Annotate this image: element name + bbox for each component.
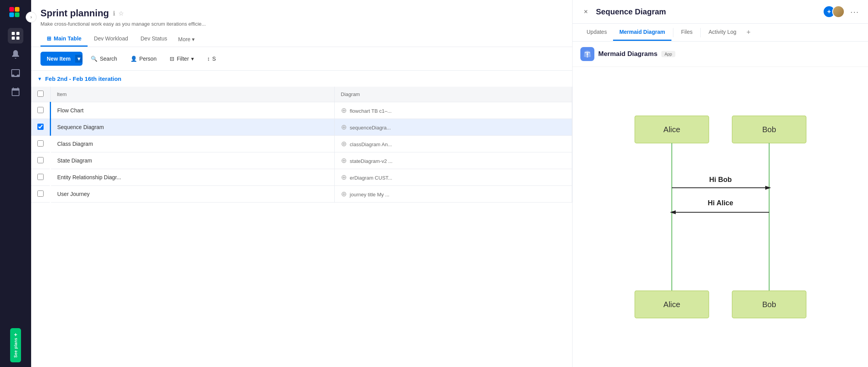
add-icon[interactable]: ⊕ xyxy=(341,123,347,131)
person-button[interactable]: 👤 Person xyxy=(125,52,162,65)
sort-button[interactable]: ↕ S xyxy=(202,52,221,65)
svg-rect-2 xyxy=(9,12,14,17)
row-checkbox[interactable] xyxy=(37,174,44,180)
new-item-button[interactable]: New Item ▾ xyxy=(40,52,83,66)
add-icon[interactable]: ⊕ xyxy=(341,140,347,148)
sidebar-bottom: See plans + xyxy=(0,328,31,362)
row-checkbox-cell xyxy=(31,169,51,186)
row-item-cell: Flow Chart xyxy=(51,102,335,119)
table-row[interactable]: User Journey⊕journey title My ... xyxy=(31,186,572,203)
grid-icon[interactable] xyxy=(8,28,23,44)
row-diagram-cell: ⊕journey title My ... xyxy=(334,186,572,203)
panel-header-actions: + ··· xyxy=(823,5,860,18)
tab-files[interactable]: Files xyxy=(675,24,699,41)
row-item-cell: Class Diagram xyxy=(51,136,335,152)
add-icon[interactable]: ⊕ xyxy=(341,190,347,198)
diagram-text: erDiagram CUST... xyxy=(350,175,392,181)
hi-bob-text: Hi Bob xyxy=(709,176,732,184)
add-icon[interactable]: ⊕ xyxy=(341,173,347,181)
person-icon: 👤 xyxy=(130,56,137,62)
table-icon: ⊞ xyxy=(47,35,51,42)
toggle-sidebar-button[interactable]: › xyxy=(26,12,37,23)
svg-rect-4 xyxy=(12,32,15,35)
add-tab-button[interactable]: + xyxy=(743,24,755,41)
sidebar: See plans + xyxy=(0,0,31,367)
alice-bottom-label: Alice xyxy=(663,300,680,309)
row-checkbox[interactable] xyxy=(37,157,44,163)
row-diagram-cell: ⊕sequenceDiagra... xyxy=(334,119,572,136)
see-plans-button[interactable]: See plans + xyxy=(10,328,21,362)
tab-updates[interactable]: Updates xyxy=(580,24,613,41)
row-item-cell: Entity Relationship Diagr... xyxy=(51,169,335,186)
diagram-area: Alice Bob Hi Bob Hi Alice Alice Bob xyxy=(573,67,868,367)
filter-button[interactable]: ⊟ Filter ▾ xyxy=(165,52,199,65)
main-content: › Sprint planning ℹ ☆ Make cross-functio… xyxy=(31,0,572,367)
user-avatar[interactable] xyxy=(832,5,845,18)
bell-icon[interactable] xyxy=(8,47,23,62)
table-row[interactable]: Entity Relationship Diagr...⊕erDiagram C… xyxy=(31,169,572,186)
table-row[interactable]: Class Diagram⊕classDiagram An... xyxy=(31,136,572,152)
add-icon[interactable]: ⊕ xyxy=(341,107,347,114)
tab-main-table[interactable]: ⊞ Main Table xyxy=(40,31,88,47)
add-icon[interactable]: ⊕ xyxy=(341,157,347,164)
new-item-dropdown-arrow[interactable]: ▾ xyxy=(75,55,83,63)
diagram-text: stateDiagram-v2 ... xyxy=(350,158,393,164)
filter-icon: ⊟ xyxy=(170,56,174,62)
tab-activity-log[interactable]: Activity Log xyxy=(702,24,743,41)
diagram-text: journey title My ... xyxy=(350,192,390,197)
hi-alice-text: Hi Alice xyxy=(708,199,733,207)
row-checkbox[interactable] xyxy=(37,190,44,197)
table-container: ▼ Feb 2nd - Feb 16th iteration Item Diag… xyxy=(31,71,572,367)
table-row[interactable]: State Diagram⊕stateDiagram-v2 ... xyxy=(31,152,572,169)
tab-mermaid-diagram[interactable]: Mermaid Diagram xyxy=(613,24,671,41)
tab-dev-workload[interactable]: Dev Workload xyxy=(88,31,134,47)
group-header[interactable]: ▼ Feb 2nd - Feb 16th iteration xyxy=(31,71,572,87)
tab-separator-2 xyxy=(700,28,701,37)
alice-top-label: Alice xyxy=(663,125,680,134)
tab-more[interactable]: More ▾ xyxy=(173,32,199,46)
row-item-cell: State Diagram xyxy=(51,152,335,169)
calendar-icon[interactable] xyxy=(8,84,23,100)
diagram-text: classDiagram An... xyxy=(350,142,392,147)
row-diagram-cell: ⊕stateDiagram-v2 ... xyxy=(334,152,572,169)
row-item-cell: User Journey xyxy=(51,186,335,203)
row-checkbox-cell xyxy=(31,186,51,203)
info-icon[interactable]: ℹ xyxy=(113,10,115,17)
select-all-checkbox[interactable] xyxy=(37,91,44,97)
table-row[interactable]: Sequence Diagram⊕sequenceDiagra... xyxy=(31,119,572,136)
svg-rect-6 xyxy=(12,37,15,40)
avatar-group: + xyxy=(823,5,845,18)
search-button[interactable]: 🔍 Search xyxy=(86,52,122,65)
svg-rect-3 xyxy=(15,12,19,17)
row-checkbox-cell xyxy=(31,136,51,152)
tab-dev-status[interactable]: Dev Status xyxy=(134,31,173,47)
row-checkbox[interactable] xyxy=(37,124,44,130)
row-diagram-cell: ⊕erDiagram CUST... xyxy=(334,169,572,186)
select-all-header[interactable] xyxy=(31,87,51,102)
search-icon: 🔍 xyxy=(91,56,97,62)
bob-bottom-label: Bob xyxy=(762,300,776,309)
app-header: Mermaid Diagrams App xyxy=(573,42,868,67)
diagram-column-header: Diagram xyxy=(334,87,572,102)
table-row[interactable]: Flow Chart⊕flowchart TB c1–... xyxy=(31,102,572,119)
star-icon[interactable]: ☆ xyxy=(118,10,124,17)
page-subtitle: Make cross-functional work easy as you m… xyxy=(40,21,563,27)
main-table: Item Diagram Flow Chart⊕flowchart TB c1–… xyxy=(31,87,572,203)
panel-close-button[interactable]: × xyxy=(580,6,591,17)
app-badge: App xyxy=(661,51,675,57)
logo[interactable] xyxy=(7,5,24,22)
panel-header: × Sequence Diagram + ··· xyxy=(573,0,868,24)
panel-more-button[interactable]: ··· xyxy=(849,6,860,17)
row-diagram-cell: ⊕classDiagram An... xyxy=(334,136,572,152)
table-body: Flow Chart⊕flowchart TB c1–...Sequence D… xyxy=(31,102,572,203)
panel-tabs: Updates Mermaid Diagram Files Activity L… xyxy=(573,24,868,42)
diagram-text: flowchart TB c1–... xyxy=(350,108,392,114)
panel-title: Sequence Diagram xyxy=(596,7,666,16)
hi-bob-arrow xyxy=(765,186,771,190)
svg-rect-1 xyxy=(15,7,19,12)
page-title: Sprint planning xyxy=(40,8,109,19)
row-checkbox[interactable] xyxy=(37,107,44,113)
row-checkbox[interactable] xyxy=(37,140,44,147)
inbox-icon[interactable] xyxy=(8,65,23,81)
row-checkbox-cell xyxy=(31,102,51,119)
